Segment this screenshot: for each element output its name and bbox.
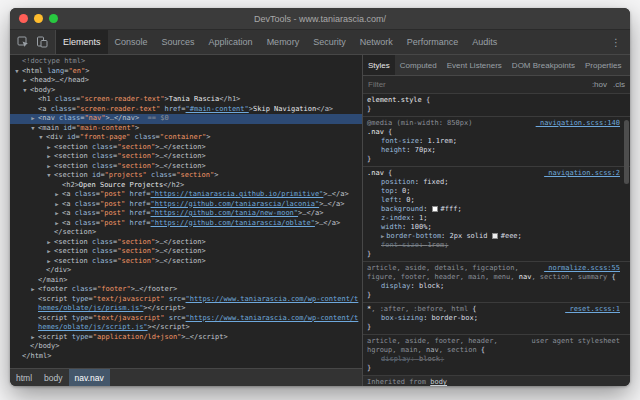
tab-performance[interactable]: Performance bbox=[400, 30, 466, 54]
expand-arrow-icon[interactable]: ▶ bbox=[29, 114, 37, 124]
collapse-arrow-icon[interactable]: ▼ bbox=[37, 133, 45, 143]
css-property[interactable]: ▶border-bottom: 2px solid #eee; bbox=[367, 232, 620, 241]
dom-node[interactable]: </body> bbox=[10, 342, 362, 352]
kebab-menu-icon[interactable]: ⋮ bbox=[602, 30, 630, 54]
dom-node[interactable]: ▼<body> bbox=[10, 86, 362, 96]
tab-console[interactable]: Console bbox=[108, 30, 155, 54]
collapse-arrow-icon[interactable]: ▼ bbox=[45, 171, 53, 181]
css-property[interactable]: top: 0; bbox=[367, 187, 620, 196]
color-swatch[interactable] bbox=[432, 206, 438, 212]
dom-node[interactable]: ▶<a class="post" href="https://github.co… bbox=[10, 209, 362, 219]
collapse-arrow-icon[interactable]: ▼ bbox=[29, 124, 37, 134]
css-property[interactable]: z-index: 1; bbox=[367, 214, 620, 223]
dom-node[interactable]: </div> bbox=[10, 266, 362, 276]
dom-node[interactable]: ▶<section class="section">…</section> bbox=[10, 247, 362, 257]
dom-node[interactable]: ▶<script type="application/ld+json">…</s… bbox=[10, 333, 362, 343]
dom-node[interactable]: ▶<section class="section">…</section> bbox=[10, 162, 362, 172]
rule-selector[interactable]: element.style { bbox=[367, 96, 620, 105]
dom-node[interactable]: </section> bbox=[10, 228, 362, 238]
stylesheet-source-link[interactable]: _normalize.scss:55 bbox=[544, 264, 620, 273]
dom-node[interactable]: <h2>Open Source Projects</h2> bbox=[10, 181, 362, 191]
styles-filter-input[interactable] bbox=[368, 80, 592, 89]
stylesheet-source-link[interactable]: _navigation.scss:140 bbox=[536, 119, 620, 128]
dom-node[interactable]: ▶<a class="post" href="https://taniarasc… bbox=[10, 190, 362, 200]
expand-arrow-icon[interactable]: ▶ bbox=[45, 247, 53, 257]
dom-node[interactable]: ▶<footer class="footer">…</footer> bbox=[10, 285, 362, 295]
inspect-element-icon[interactable] bbox=[17, 36, 29, 48]
dom-node[interactable]: <script type="text/javascript" src="http… bbox=[10, 295, 362, 314]
dom-node[interactable]: ▶<head>…</head> bbox=[10, 76, 362, 86]
dom-node[interactable]: ▶<section class="section">…</section> bbox=[10, 238, 362, 248]
dom-node[interactable]: ▼<main id="main-content"> bbox=[10, 124, 362, 134]
expand-arrow-icon[interactable]: ▶ bbox=[53, 219, 61, 229]
expand-arrow-icon[interactable]: ▶ bbox=[45, 238, 53, 248]
expand-arrow-icon[interactable]: ▶ bbox=[45, 152, 53, 162]
dom-node[interactable]: ▶<a class="post" href="https://github.co… bbox=[10, 219, 362, 229]
tab-elements[interactable]: Elements bbox=[56, 30, 108, 54]
expand-arrow-icon[interactable]: ▶ bbox=[53, 190, 61, 200]
zoom-button[interactable] bbox=[49, 14, 58, 23]
dom-node[interactable]: ▶<nav class="nav">…</nav> == $0 bbox=[10, 114, 362, 124]
dom-node[interactable]: </html> bbox=[10, 352, 362, 362]
color-swatch[interactable] bbox=[492, 233, 498, 239]
expand-arrow-icon[interactable]: ▶ bbox=[29, 285, 37, 295]
css-property[interactable]: box-sizing: border-box; bbox=[367, 314, 620, 323]
dom-node[interactable]: <!doctype html> bbox=[10, 57, 362, 67]
dom-node[interactable]: ▼<html lang="en"> bbox=[10, 67, 362, 77]
tab-memory[interactable]: Memory bbox=[260, 30, 307, 54]
dom-node[interactable]: </main> bbox=[10, 276, 362, 286]
sidebar-tab-accessibility[interactable]: Accessibility bbox=[626, 55, 630, 75]
breadcrumb-item[interactable]: body bbox=[38, 369, 68, 386]
expand-arrow-icon[interactable]: ▶ bbox=[45, 257, 53, 267]
dom-node[interactable]: <h1 class="screen-reader-text">Tania Ras… bbox=[10, 95, 362, 105]
tab-security[interactable]: Security bbox=[306, 30, 353, 54]
tab-sources[interactable]: Sources bbox=[155, 30, 202, 54]
scrollbar-thumb[interactable] bbox=[624, 120, 629, 184]
css-property[interactable]: font-size: 1rem; bbox=[367, 241, 620, 250]
dom-node[interactable]: ▼<section id="projects" class="section"> bbox=[10, 171, 362, 181]
expand-arrow-icon[interactable]: ▶ bbox=[53, 209, 61, 219]
sidebar-tab-event-listeners[interactable]: Event Listeners bbox=[442, 55, 507, 75]
breadcrumb-item[interactable]: nav.nav bbox=[69, 369, 110, 386]
titlebar[interactable]: DevTools - www.taniarascia.com/ bbox=[10, 8, 630, 30]
expand-arrow-icon[interactable]: ▶ bbox=[53, 200, 61, 210]
css-property[interactable]: width: 100%; bbox=[367, 223, 620, 232]
css-property[interactable]: font-size: 1.1rem; bbox=[367, 137, 620, 146]
minimize-button[interactable] bbox=[34, 14, 43, 23]
dom-node[interactable]: ▶<a class="post" href="https://github.co… bbox=[10, 200, 362, 210]
expand-shorthand-icon[interactable]: ▶ bbox=[381, 233, 384, 239]
sidebar-tab-properties[interactable]: Properties bbox=[580, 55, 626, 75]
css-property[interactable]: background: #fff; bbox=[367, 205, 620, 214]
device-toolbar-icon[interactable] bbox=[36, 36, 48, 48]
breadcrumb-item[interactable]: html bbox=[10, 369, 38, 386]
dom-node[interactable]: ▶<section class="section">…</section> bbox=[10, 152, 362, 162]
style-state-toggle[interactable]: .cls bbox=[613, 80, 625, 89]
dom-node[interactable]: <script type="text/javascript" src="http… bbox=[10, 314, 362, 333]
tab-application[interactable]: Application bbox=[202, 30, 260, 54]
tab-audits[interactable]: Audits bbox=[465, 30, 504, 54]
css-property[interactable]: position: fixed; bbox=[367, 178, 620, 187]
collapse-arrow-icon[interactable]: ▼ bbox=[21, 86, 29, 96]
close-button[interactable] bbox=[19, 14, 28, 23]
css-property[interactable]: display: block; bbox=[367, 282, 620, 291]
dom-node[interactable]: <a class="screen-reader-text" href="#mai… bbox=[10, 105, 362, 115]
rule-selector[interactable]: .nav { bbox=[367, 128, 620, 137]
css-property[interactable]: display: block; bbox=[367, 355, 620, 364]
stylesheet-source-link[interactable]: _navigation.scss:2 bbox=[544, 169, 620, 178]
dom-node[interactable]: ▶<section class="section">…</section> bbox=[10, 257, 362, 267]
sidebar-tab-styles[interactable]: Styles bbox=[363, 55, 395, 75]
expand-arrow-icon[interactable]: ▶ bbox=[45, 143, 53, 153]
expand-arrow-icon[interactable]: ▶ bbox=[29, 333, 37, 343]
stylesheet-source-link[interactable]: _reset.scss:1 bbox=[565, 305, 620, 314]
css-property[interactable]: left: 0; bbox=[367, 196, 620, 205]
dom-node[interactable]: ▶<section class="section">…</section> bbox=[10, 143, 362, 153]
css-property[interactable]: height: 70px; bbox=[367, 146, 620, 155]
style-state-toggle[interactable]: :hov bbox=[592, 80, 607, 89]
expand-arrow-icon[interactable]: ▶ bbox=[21, 76, 29, 86]
styles-scrollbar[interactable] bbox=[624, 96, 629, 384]
sidebar-tab-dom-breakpoints[interactable]: DOM Breakpoints bbox=[507, 55, 580, 75]
expand-arrow-icon[interactable]: ▶ bbox=[45, 162, 53, 172]
inherited-target-link[interactable]: body bbox=[430, 378, 447, 386]
collapse-arrow-icon[interactable]: ▼ bbox=[13, 67, 21, 77]
tab-network[interactable]: Network bbox=[353, 30, 400, 54]
